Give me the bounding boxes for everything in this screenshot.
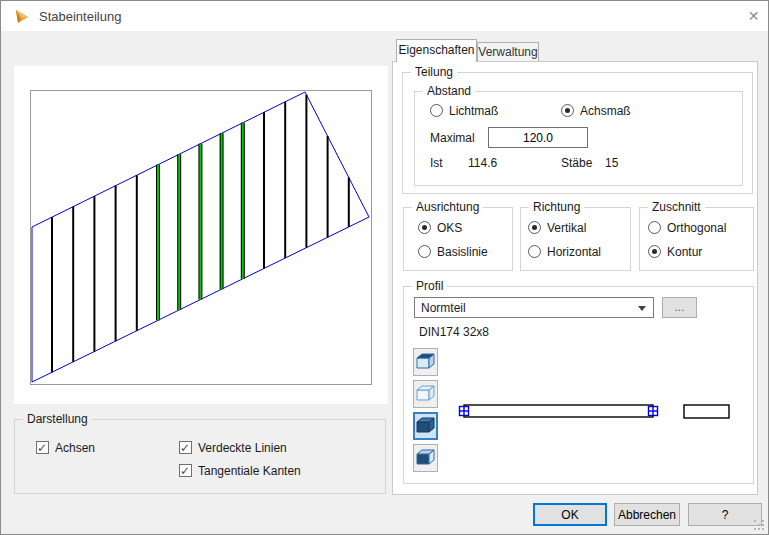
profil-browse-button[interactable]: ... (662, 297, 697, 318)
view-shaded-button[interactable] (413, 444, 438, 472)
darstellung-group: Darstellung (14, 419, 386, 494)
title-bar: Stabeinteilung ✕ (1, 1, 768, 31)
ausrichtung-group: Ausrichtung (403, 207, 513, 271)
ist-value: 114.6 (468, 157, 497, 170)
kontur-label: Kontur (667, 246, 702, 259)
basislinie-label: Basislinie (437, 246, 488, 259)
maximal-input[interactable] (488, 127, 588, 148)
app-logo-icon (14, 8, 30, 24)
close-icon[interactable]: ✕ (738, 1, 769, 31)
achsen-label: Achsen (55, 442, 95, 455)
horizontal-label: Horizontal (547, 246, 601, 259)
profile-section-drawing (456, 399, 746, 425)
teilung-group-label: Teilung (411, 65, 457, 79)
kontur-radio[interactable] (648, 245, 661, 258)
tab-eigenschaften[interactable]: Eigenschaften (396, 39, 477, 62)
verdeckte-linien-label: Verdeckte Linien (198, 442, 287, 455)
maximal-label: Maximal (430, 132, 475, 145)
profil-combobox-value: Normteil (421, 301, 466, 315)
ist-label: Ist (430, 157, 443, 170)
preview-drawing (31, 91, 371, 384)
right-grip-handle (649, 407, 658, 416)
section-side-view (684, 405, 729, 418)
window-title: Stabeinteilung (39, 9, 121, 24)
tab-verwaltung[interactable]: Verwaltung (477, 42, 539, 61)
orthogonal-label: Orthogonal (667, 222, 726, 235)
chevron-down-icon (638, 306, 646, 311)
view-solid-button[interactable] (413, 412, 438, 440)
profile-name-label: DIN174 32x8 (419, 326, 489, 339)
left-grip-handle (460, 407, 469, 416)
vertikal-radio[interactable] (528, 221, 541, 234)
lichtmass-label: Lichtmaß (449, 105, 498, 118)
cube-wireframe-icon (416, 384, 435, 402)
profil-combobox[interactable]: Normteil (414, 297, 654, 318)
lichtmass-radio[interactable] (430, 104, 443, 117)
richtung-group-label: Richtung (529, 200, 584, 214)
vertikal-label: Vertikal (547, 222, 586, 235)
cube-solid-icon (416, 416, 435, 434)
tangentiale-kanten-checkbox[interactable] (179, 464, 192, 477)
ok-button[interactable]: OK (533, 503, 607, 526)
achsmass-radio[interactable] (561, 104, 574, 117)
zuschnitt-group-label: Zuschnitt (648, 200, 705, 214)
darstellung-group-label: Darstellung (23, 412, 92, 426)
horizontal-radio[interactable] (528, 245, 541, 258)
orthogonal-radio[interactable] (648, 221, 661, 234)
zuschnitt-group: Zuschnitt (639, 207, 754, 271)
view-wireframe-button[interactable] (413, 380, 438, 408)
oks-radio[interactable] (418, 221, 431, 234)
richtung-group: Richtung (520, 207, 631, 271)
staebe-label: Stäbe (561, 157, 592, 170)
cube-shaded-icon (416, 448, 435, 466)
achsen-checkbox[interactable] (36, 441, 49, 454)
oks-label: OKS (437, 222, 462, 235)
preview-canvas (30, 90, 372, 385)
verdeckte-linien-checkbox[interactable] (179, 441, 192, 454)
view-top-button[interactable] (413, 348, 438, 376)
achsmass-label: Achsmaß (580, 105, 631, 118)
help-button[interactable]: ? (688, 503, 762, 526)
cube-top-face-icon (416, 352, 435, 370)
tangentiale-kanten-label: Tangentiale Kanten (198, 465, 301, 478)
abstand-group-label: Abstand (423, 84, 475, 98)
stabeinteilung-dialog: Stabeinteilung ✕ Darstellung Achsen Verd… (0, 0, 769, 535)
resize-grip[interactable] (754, 520, 766, 532)
profil-group-label: Profil (412, 279, 447, 293)
ausrichtung-group-label: Ausrichtung (412, 200, 483, 214)
staebe-value: 15 (605, 157, 618, 170)
basislinie-radio[interactable] (418, 245, 431, 258)
cancel-button[interactable]: Abbrechen (614, 503, 680, 526)
